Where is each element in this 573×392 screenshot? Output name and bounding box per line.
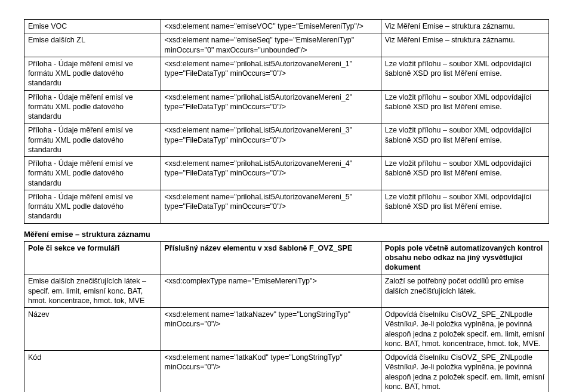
- table-bottom: Pole či sekce ve formuláři Příslušný náz…: [24, 241, 549, 393]
- cell-xsd: <xsd:element name="latkaKod" type="LongS…: [161, 351, 381, 393]
- cell-desc: Odpovídá číselníku CisOVZ_SPE_ZNLpodle V…: [381, 351, 549, 393]
- cell-desc: Odpovídá číselníku CisOVZ_SPE_ZNLpodle V…: [381, 308, 549, 351]
- section-heading: Měření emise – struktura záznamu: [24, 230, 549, 239]
- cell-xsd: <xsd:element name="prilohaList5Autorizov…: [161, 190, 381, 223]
- cell-xsd: <xsd:element name="prilohaList5Autorizov…: [161, 157, 381, 190]
- cell-desc: Lze vložit přílohu – soubor XML odpovída…: [381, 124, 549, 157]
- cell-field: Příloha - Údaje měření emisí ve formátu …: [24, 57, 161, 90]
- table-row: Příloha - Údaje měření emisí ve formátu …: [24, 57, 549, 90]
- cell-xsd: <xsd:element name="emiseVOC" type="Emise…: [161, 20, 381, 33]
- cell-xsd: <xsd:complexType name="EmiseMereniTyp">: [161, 274, 381, 308]
- col-header-desc: Popis pole včetně automatizovaných kontr…: [381, 241, 549, 274]
- table-top: Emise VOC <xsd:element name="emiseVOC" t…: [24, 19, 549, 224]
- cell-desc: Viz Měření Emise – struktura záznamu.: [381, 33, 549, 57]
- col-header-xsd: Příslušný název elementu v xsd šabloně F…: [161, 241, 381, 274]
- cell-field: Příloha - Údaje měření emisí ve formátu …: [24, 190, 161, 223]
- table-row: Kód <xsd:element name="latkaKod" type="L…: [24, 351, 549, 393]
- cell-field: Příloha - Údaje měření emisí ve formátu …: [24, 90, 161, 124]
- cell-xsd: <xsd:element name="emiseSeq" type="Emise…: [161, 33, 381, 57]
- table-header-row: Pole či sekce ve formuláři Příslušný náz…: [24, 241, 549, 274]
- cell-field: Emise dalších znečišťujících látek – spe…: [24, 274, 161, 308]
- cell-desc: Založí se potřebný počet oddílů pro emis…: [381, 274, 549, 308]
- cell-xsd: <xsd:element name="prilohaList5Autorizov…: [161, 124, 381, 157]
- cell-field: Kód: [24, 351, 161, 393]
- cell-desc: Lze vložit přílohu – soubor XML odpovída…: [381, 190, 549, 223]
- table-row: Emise dalších ZL <xsd:element name="emis…: [24, 33, 549, 57]
- cell-xsd: <xsd:element name="prilohaList5Autorizov…: [161, 57, 381, 90]
- col-header-field: Pole či sekce ve formuláři: [24, 241, 161, 274]
- cell-field: Příloha - Údaje měření emisí ve formátu …: [24, 124, 161, 157]
- table-row: Příloha - Údaje měření emisí ve formátu …: [24, 90, 549, 124]
- cell-desc: Lze vložit přílohu – soubor XML odpovída…: [381, 157, 549, 190]
- table-row: Název <xsd:element name="latkaNazev" typ…: [24, 308, 549, 351]
- cell-desc: Lze vložit přílohu – soubor XML odpovída…: [381, 57, 549, 90]
- table-row: Příloha - Údaje měření emisí ve formátu …: [24, 124, 549, 157]
- table-row: Emise dalších znečišťujících látek – spe…: [24, 274, 549, 308]
- table-row: Příloha - Údaje měření emisí ve formátu …: [24, 190, 549, 223]
- cell-field: Název: [24, 308, 161, 351]
- table-row: Emise VOC <xsd:element name="emiseVOC" t…: [24, 20, 549, 33]
- table-row: Příloha - Údaje měření emisí ve formátu …: [24, 157, 549, 190]
- cell-field: Příloha - Údaje měření emisí ve formátu …: [24, 157, 161, 190]
- cell-xsd: <xsd:element name="latkaNazev" type="Lon…: [161, 308, 381, 351]
- cell-xsd: <xsd:element name="prilohaList5Autorizov…: [161, 90, 381, 124]
- cell-desc: Viz Měření Emise – struktura záznamu.: [381, 20, 549, 33]
- cell-field: Emise dalších ZL: [24, 33, 161, 57]
- cell-desc: Lze vložit přílohu – soubor XML odpovída…: [381, 90, 549, 124]
- cell-field: Emise VOC: [24, 20, 161, 33]
